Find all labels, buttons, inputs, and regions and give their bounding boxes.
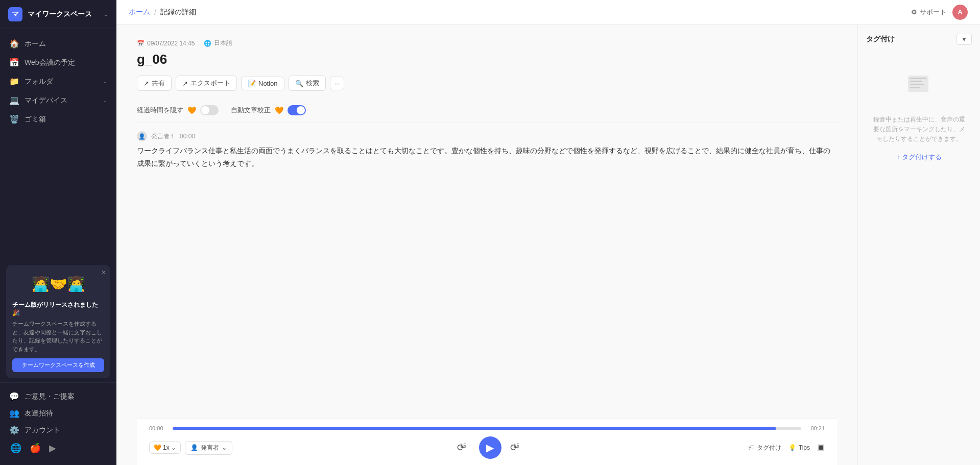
- sidebar-item-folder-label: フォルダ: [25, 77, 53, 86]
- sidebar-item-invite[interactable]: 👥 友達招待: [0, 405, 116, 422]
- sidebar-item-trash-label: ゴミ箱: [25, 115, 46, 124]
- filter-button[interactable]: ▼: [957, 34, 972, 45]
- sidebar-footer: 💬 ご意見・ご提案 👥 友達招待 ⚙️ アカウント 🌐 🍎 ▶: [0, 382, 116, 465]
- auto-correct-toggle[interactable]: [288, 105, 306, 115]
- speaker-avatar: 👤: [137, 131, 147, 141]
- device-chevron-icon: ⌄: [103, 97, 107, 104]
- rewind-button[interactable]: ⟳15: [456, 439, 472, 456]
- player-extra-action[interactable]: 🔳: [817, 444, 825, 451]
- player-extra-icon: 🔳: [817, 444, 825, 451]
- controls-bar: 経過時間を隠す 🧡 自動文章校正 🧡: [137, 100, 837, 123]
- premium-heart-icon: 🧡: [187, 106, 196, 114]
- account-icon: ⚙️: [9, 425, 18, 435]
- search-button[interactable]: 🔍 検索: [289, 76, 326, 91]
- tags-header: タグ付け ▼: [866, 34, 972, 45]
- share-button[interactable]: ↗ 共有: [137, 76, 172, 91]
- speaker-text: ワークライフバランス仕事と私生活の両面でうまくバランスを取ることはとても大切なこ…: [137, 144, 837, 169]
- calendar-icon: 📅: [9, 58, 18, 67]
- device-icon: 💻: [9, 95, 18, 105]
- player-tag-action[interactable]: 🏷 タグ付け: [748, 444, 781, 452]
- notion-button[interactable]: 📝 Notion: [241, 77, 284, 90]
- main-content: ホーム / 記録の詳細 ⚙ サポート A 📅 09/07/2022 14:45: [116, 0, 980, 465]
- svg-rect-4: [910, 87, 920, 88]
- more-button[interactable]: ···: [330, 77, 345, 90]
- topbar-right: ⚙ サポート A: [911, 5, 968, 20]
- speaker-chevron-icon: ⌄: [222, 444, 227, 451]
- sidebar-item-folder[interactable]: 📁 フォルダ ⌄: [0, 72, 116, 91]
- support-icon: ⚙: [911, 8, 917, 16]
- auto-correct-label: 自動文章校正: [231, 106, 271, 115]
- promo-title: チーム版がリリースされました 🎉: [12, 301, 104, 316]
- action-bar: ↗ 共有 ↗ エクスポート 📝 Notion 🔍 検索 ···: [137, 76, 837, 91]
- player-controls: 🧡 1x ⌄ 👤 発言者 ⌄ ⟳15 ▶ ⟳15: [149, 436, 825, 459]
- calendar-small-icon: 📅: [137, 40, 145, 47]
- total-time: 00:21: [806, 425, 825, 431]
- speaker-timestamp: 00:00: [180, 133, 195, 140]
- tags-empty-text: 録音中または再生中に、音声の重要な箇所をマーキングしたり、メモしたりすることがで…: [871, 115, 967, 144]
- player-tips-action[interactable]: 💡 Tips: [788, 444, 810, 451]
- player-tips-icon: 💡: [788, 444, 796, 451]
- premium-heart2-icon: 🧡: [275, 106, 283, 114]
- sidebar-item-trash[interactable]: 🗑️ ゴミ箱: [0, 110, 116, 129]
- sidebar-item-my-device-label: マイデバイス: [25, 96, 67, 105]
- share-icon: ↗: [144, 80, 149, 87]
- hide-time-toggle[interactable]: [200, 105, 219, 115]
- breadcrumb: ホーム / 記録の詳細: [129, 8, 196, 17]
- user-avatar[interactable]: A: [952, 5, 968, 20]
- sidebar-item-web-meeting[interactable]: 📅 Web会議の予定: [0, 53, 116, 72]
- record-date: 📅 09/07/2022 14:45: [137, 40, 195, 47]
- android-app-icon[interactable]: ▶: [49, 443, 56, 454]
- content-area: 📅 09/07/2022 14:45 🌐 日本語 g_06 ↗ 共有 ↗ エクス…: [116, 25, 980, 465]
- tags-empty-state: 録音中または再生中に、音声の重要な箇所をマーキングしたり、メモしたりすることがで…: [866, 55, 972, 177]
- breadcrumb-home[interactable]: ホーム: [129, 8, 150, 17]
- transcript-panel: 📅 09/07/2022 14:45 🌐 日本語 g_06 ↗ 共有 ↗ エクス…: [116, 25, 857, 465]
- language-icon: 🌐: [204, 40, 211, 47]
- promo-banner: ✕ 🧑‍💻🤝👩‍💻 チーム版がリリースされました 🎉 チームワークスペースを作成…: [6, 265, 110, 378]
- tags-title: タグ付け: [866, 35, 895, 44]
- invite-icon: 👥: [9, 408, 18, 418]
- sidebar-item-feedback-label: ご意見・ご提案: [25, 392, 75, 401]
- add-tag-button[interactable]: + タグ付けする: [896, 153, 942, 162]
- filter-icon: ▼: [961, 36, 967, 43]
- speaker-header: 👤 発言者１ 00:00: [137, 131, 837, 141]
- auto-correct-toggle-row: 自動文章校正 🧡: [231, 105, 306, 115]
- apple-app-icon[interactable]: 🍎: [30, 443, 41, 454]
- promo-description: チームワークスペースを作成すると、友達や同僚と一緒に文字おこしたり、記録を管理し…: [12, 320, 104, 353]
- hide-time-toggle-row: 経過時間を隠す 🧡: [137, 105, 219, 115]
- export-icon: ↗: [182, 80, 188, 87]
- sidebar-item-home[interactable]: 🏠 ホーム: [0, 34, 116, 53]
- support-button[interactable]: ⚙ サポート: [911, 8, 946, 17]
- player-tag-icon: 🏷: [748, 444, 754, 451]
- transcript-content: 👤 発言者１ 00:00 ワークライフバランス仕事と私生活の両面でうまくバランス…: [137, 131, 837, 419]
- sidebar-item-feedback[interactable]: 💬 ご意見・ご提案: [0, 388, 116, 405]
- notion-icon: 📝: [248, 80, 256, 87]
- audio-player: 00:00 00:21 🧡 1x ⌄ 👤: [137, 419, 837, 465]
- player-tips-label: Tips: [799, 444, 810, 451]
- web-app-icon[interactable]: 🌐: [10, 443, 21, 454]
- sidebar-item-home-label: ホーム: [25, 39, 46, 48]
- progress-fill: [173, 427, 776, 430]
- speed-value: 1x: [163, 444, 170, 451]
- progress-bar-wrap: 00:00 00:21: [149, 425, 825, 431]
- speaker-select-label: 発言者: [201, 444, 219, 452]
- speaker-select-button[interactable]: 👤 発言者 ⌄: [185, 441, 232, 455]
- svg-rect-2: [910, 81, 922, 82]
- export-button[interactable]: ↗ エクスポート: [176, 76, 237, 91]
- create-team-workspace-button[interactable]: チームワークスペースを作成: [12, 358, 104, 372]
- progress-track[interactable]: [173, 427, 801, 430]
- sidebar-item-account[interactable]: ⚙️ アカウント: [0, 422, 116, 438]
- speaker-name: 発言者１: [151, 132, 176, 141]
- workspace-chevron-icon: ⌄: [103, 11, 108, 18]
- speaker-block: 👤 発言者１ 00:00 ワークライフバランス仕事と私生活の両面でうまくバランス…: [137, 131, 837, 169]
- forward-button[interactable]: ⟳15: [509, 439, 525, 456]
- play-button[interactable]: ▶: [479, 436, 501, 459]
- speed-button[interactable]: 🧡 1x ⌄: [149, 442, 181, 454]
- tags-empty-icon: [904, 70, 935, 107]
- sidebar-header[interactable]: マ マイワークスペース ⌄: [0, 0, 116, 29]
- record-meta: 📅 09/07/2022 14:45 🌐 日本語: [137, 39, 837, 47]
- promo-close-icon[interactable]: ✕: [101, 269, 106, 276]
- sidebar-nav: 🏠 ホーム 📅 Web会議の予定 📁 フォルダ ⌄ 💻 マイデバイス ⌄ 🗑️ …: [0, 29, 116, 265]
- app-links: 🌐 🍎 ▶: [0, 438, 116, 458]
- sidebar-item-my-device[interactable]: 💻 マイデバイス ⌄: [0, 91, 116, 110]
- topbar: ホーム / 記録の詳細 ⚙ サポート A: [116, 0, 980, 25]
